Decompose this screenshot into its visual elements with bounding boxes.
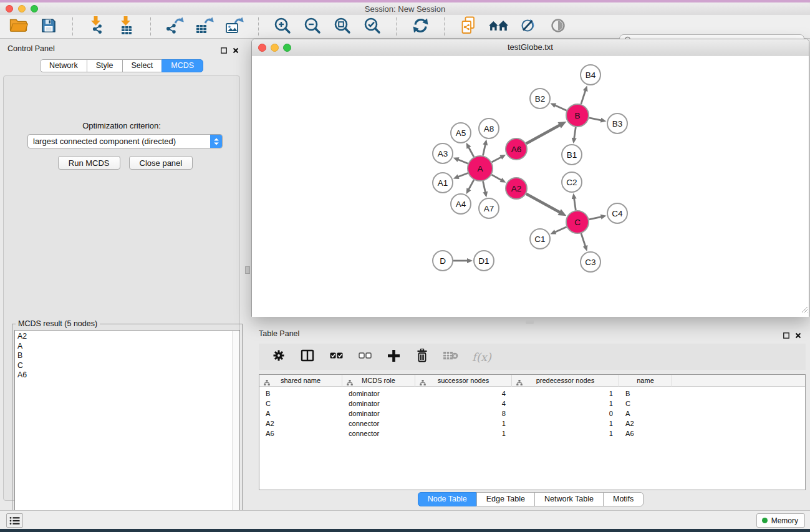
table-row[interactable]: A6connector11A6 xyxy=(259,428,805,438)
table-cell[interactable]: dominator xyxy=(342,389,415,399)
graph-node-A4[interactable]: A4 xyxy=(451,194,471,214)
task-history-button[interactable] xyxy=(6,513,23,528)
network-window-titlebar[interactable]: testGlobe.txt xyxy=(252,39,809,56)
table-cell[interactable]: dominator xyxy=(342,399,415,409)
graph-node-C2[interactable]: C2 xyxy=(562,172,582,192)
graph-node-C4[interactable]: C4 xyxy=(607,203,627,223)
graph-node-A7[interactable]: A7 xyxy=(479,198,499,218)
export-image-button[interactable] xyxy=(223,17,246,37)
table-cell[interactable]: connector xyxy=(342,418,415,428)
table-cell[interactable]: 1 xyxy=(512,428,619,438)
zoom-out-button[interactable] xyxy=(301,17,324,37)
mcds-result-item[interactable]: C xyxy=(17,361,231,371)
columns-button[interactable] xyxy=(300,349,315,365)
table-cell[interactable]: 1 xyxy=(512,418,619,428)
table-cell[interactable]: A2 xyxy=(619,418,672,428)
table-cell[interactable]: A6 xyxy=(259,428,342,438)
edge-B-B2[interactable] xyxy=(554,105,567,110)
table-cell[interactable]: B xyxy=(259,389,342,399)
table-row[interactable]: Cdominator41C xyxy=(259,399,805,409)
table-cell[interactable]: 4 xyxy=(415,399,512,409)
graph-node-B3[interactable]: B3 xyxy=(607,114,627,133)
table-cell[interactable]: A2 xyxy=(259,418,342,428)
edge-C-C2[interactable] xyxy=(574,198,576,210)
graph-node-A[interactable]: A xyxy=(468,156,493,181)
table-cell[interactable]: 1 xyxy=(512,389,619,399)
edge-A-A8[interactable] xyxy=(483,143,485,155)
table-cell[interactable]: 0 xyxy=(512,409,619,418)
table-cell[interactable]: 1 xyxy=(415,418,512,428)
column-header-shared-name[interactable]: shared name xyxy=(259,375,342,387)
edge-B-B1[interactable] xyxy=(574,127,576,139)
edge-A-A4[interactable] xyxy=(468,180,474,190)
edge-A6-B[interactable] xyxy=(526,125,561,143)
column-header-successor-nodes[interactable]: successor nodes xyxy=(415,375,512,387)
mcds-result-list[interactable]: A2ABCA6 xyxy=(14,330,240,532)
network-graph[interactable]: ABCA2A6A1A3A4A5A7A8B1B2B3B4C1C2C3C4DD1 xyxy=(252,56,809,317)
close-panel-button[interactable]: Close panel xyxy=(129,156,193,170)
column-header-name[interactable]: name xyxy=(619,375,672,387)
copy-network-doc-button[interactable] xyxy=(457,17,480,37)
edge-B-B4[interactable] xyxy=(581,90,586,104)
tab-style[interactable]: Style xyxy=(87,59,123,72)
table-cell[interactable]: A xyxy=(259,409,342,418)
edge-A2-C[interactable] xyxy=(526,194,561,213)
table-tab-network-table[interactable]: Network Table xyxy=(534,492,604,506)
export-table-button[interactable] xyxy=(193,17,216,37)
tab-select[interactable]: Select xyxy=(122,59,163,72)
split-pane-handle[interactable] xyxy=(245,266,250,274)
export-network-button[interactable] xyxy=(163,17,186,37)
refresh-button[interactable] xyxy=(409,17,432,37)
run-mcds-button[interactable]: Run MCDS xyxy=(58,156,120,170)
window-resize-grip[interactable] xyxy=(800,304,808,316)
edge-C-C4[interactable] xyxy=(589,216,602,220)
graph-node-B1[interactable]: B1 xyxy=(562,145,582,165)
zoom-fit-button[interactable] xyxy=(331,17,354,37)
network-canvas[interactable]: ABCA2A6A1A3A4A5A7A8B1B2B3B4C1C2C3C4DD1 xyxy=(252,56,809,317)
table-cell[interactable]: C xyxy=(259,399,342,409)
table-row[interactable]: A2connector11A2 xyxy=(259,418,805,428)
hide-graphics-details-button[interactable] xyxy=(517,17,539,37)
tab-network[interactable]: Network xyxy=(40,59,87,72)
table-tab-node-table[interactable]: Node Table xyxy=(418,492,477,506)
graph-node-A5[interactable]: A5 xyxy=(451,123,471,143)
table-cell[interactable]: 8 xyxy=(415,409,512,418)
mcds-result-item[interactable]: A xyxy=(17,342,231,352)
graph-node-A1[interactable]: A1 xyxy=(433,173,453,193)
table-cell[interactable]: A6 xyxy=(619,428,672,438)
edge-C-C3[interactable] xyxy=(581,233,586,247)
edge-A-A2[interactable] xyxy=(491,175,502,180)
edge-A-A7[interactable] xyxy=(483,181,485,193)
close-panel-icon[interactable] xyxy=(795,330,801,341)
mcds-result-item[interactable]: A2 xyxy=(17,332,231,342)
import-network-button[interactable] xyxy=(85,17,108,37)
table-cell[interactable]: connector xyxy=(342,428,415,438)
graph-node-A2[interactable]: A2 xyxy=(506,178,527,199)
open-session-button[interactable] xyxy=(7,17,30,37)
table-row[interactable]: Adominator80A xyxy=(259,409,805,418)
mcds-result-scrollbar[interactable] xyxy=(232,331,239,531)
select-all-button[interactable] xyxy=(329,349,344,365)
column-header-predecessor-nodes[interactable]: predecessor nodes xyxy=(512,375,619,387)
table-cell[interactable]: 1 xyxy=(512,399,619,409)
table-cell[interactable]: B xyxy=(619,389,672,399)
gear-button[interactable] xyxy=(271,349,286,365)
graph-node-A6[interactable]: A6 xyxy=(506,138,527,160)
graph-node-D1[interactable]: D1 xyxy=(474,251,494,271)
unselect-all-button[interactable] xyxy=(357,349,372,365)
graph-node-A8[interactable]: A8 xyxy=(479,118,499,138)
table-cell[interactable]: A xyxy=(619,409,672,418)
graph-node-D[interactable]: D xyxy=(433,251,453,271)
tab-mcds[interactable]: MCDS xyxy=(162,59,203,72)
table-cell[interactable]: C xyxy=(619,399,672,409)
zoom-selected-button[interactable] xyxy=(361,17,383,37)
trash-button[interactable] xyxy=(415,349,430,365)
import-table-button[interactable] xyxy=(115,17,138,37)
zoom-in-button[interactable] xyxy=(271,17,294,37)
graph-node-C3[interactable]: C3 xyxy=(581,252,600,272)
float-panel-icon[interactable] xyxy=(783,330,789,341)
edge-C-C1[interactable] xyxy=(554,227,567,233)
close-panel-icon[interactable] xyxy=(233,45,239,56)
table-cell[interactable]: dominator xyxy=(342,409,415,418)
function-builder-icon[interactable]: f(x) xyxy=(472,351,491,364)
